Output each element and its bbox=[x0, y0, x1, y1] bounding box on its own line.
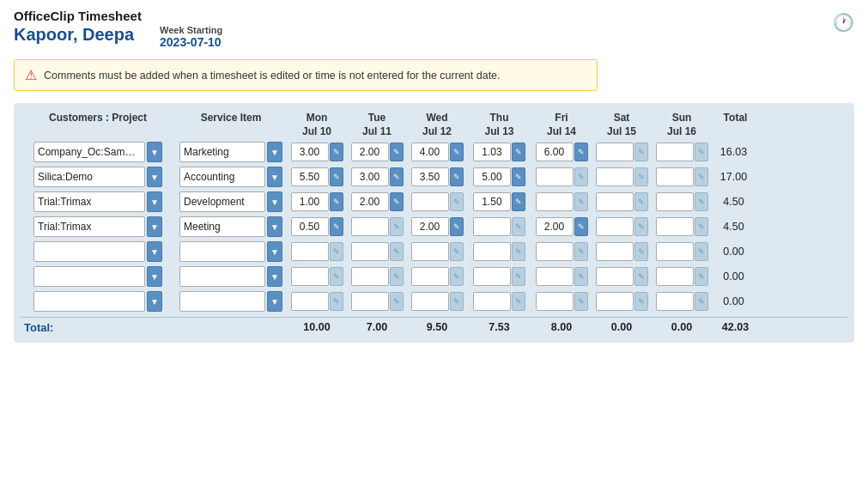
mon-input[interactable] bbox=[291, 267, 329, 286]
sat-edit-btn[interactable]: ✎ bbox=[634, 217, 648, 236]
customer-dropdown-btn[interactable]: ▼ bbox=[147, 291, 162, 312]
fri-edit-btn[interactable]: ✎ bbox=[574, 143, 588, 161]
fri-edit-btn[interactable]: ✎ bbox=[574, 292, 588, 311]
service-dropdown-btn[interactable]: ▼ bbox=[267, 291, 282, 312]
thu-input[interactable] bbox=[473, 267, 511, 286]
sat-input[interactable] bbox=[596, 192, 634, 211]
sat-edit-btn[interactable]: ✎ bbox=[634, 143, 648, 161]
wed-input[interactable] bbox=[411, 143, 449, 161]
tue-edit-btn[interactable]: ✎ bbox=[390, 192, 404, 211]
customer-project-input[interactable] bbox=[33, 216, 145, 237]
customer-project-input[interactable] bbox=[33, 167, 145, 187]
thu-input[interactable] bbox=[473, 242, 511, 261]
customer-project-input[interactable] bbox=[33, 291, 145, 312]
thu-edit-btn[interactable]: ✎ bbox=[512, 292, 525, 311]
sat-input[interactable] bbox=[596, 167, 634, 186]
tue-input[interactable] bbox=[351, 267, 389, 286]
thu-edit-btn[interactable]: ✎ bbox=[512, 217, 525, 236]
service-dropdown-btn[interactable]: ▼ bbox=[267, 167, 282, 187]
thu-input[interactable] bbox=[473, 192, 511, 211]
tue-edit-btn[interactable]: ✎ bbox=[390, 267, 404, 286]
mon-edit-btn[interactable]: ✎ bbox=[330, 167, 343, 186]
sat-edit-btn[interactable]: ✎ bbox=[634, 242, 648, 261]
wed-edit-btn[interactable]: ✎ bbox=[450, 143, 464, 161]
wed-input[interactable] bbox=[411, 167, 449, 186]
customer-dropdown-btn[interactable]: ▼ bbox=[147, 191, 162, 212]
wed-input[interactable] bbox=[411, 267, 449, 286]
customer-project-input[interactable] bbox=[33, 241, 145, 262]
tue-edit-btn[interactable]: ✎ bbox=[390, 143, 404, 161]
sat-input[interactable] bbox=[596, 267, 634, 286]
customer-dropdown-btn[interactable]: ▼ bbox=[147, 142, 162, 162]
mon-edit-btn[interactable]: ✎ bbox=[330, 292, 343, 311]
mon-input[interactable] bbox=[291, 292, 329, 311]
fri-edit-btn[interactable]: ✎ bbox=[574, 167, 588, 186]
service-item-input[interactable] bbox=[179, 191, 265, 212]
wed-edit-btn[interactable]: ✎ bbox=[450, 167, 464, 186]
service-item-input[interactable] bbox=[179, 241, 265, 262]
service-dropdown-btn[interactable]: ▼ bbox=[267, 241, 282, 262]
customer-dropdown-btn[interactable]: ▼ bbox=[147, 266, 162, 287]
mon-edit-btn[interactable]: ✎ bbox=[330, 192, 343, 211]
tue-edit-btn[interactable]: ✎ bbox=[390, 242, 404, 261]
service-dropdown-btn[interactable]: ▼ bbox=[267, 142, 282, 162]
thu-input[interactable] bbox=[473, 217, 511, 236]
thu-edit-btn[interactable]: ✎ bbox=[512, 267, 525, 286]
sun-input[interactable] bbox=[656, 267, 694, 286]
customer-project-input[interactable] bbox=[33, 142, 145, 162]
sun-edit-btn[interactable]: ✎ bbox=[695, 242, 708, 261]
service-item-input[interactable] bbox=[179, 216, 265, 237]
customer-dropdown-btn[interactable]: ▼ bbox=[147, 241, 162, 262]
thu-edit-btn[interactable]: ✎ bbox=[512, 143, 525, 161]
fri-input[interactable] bbox=[536, 167, 574, 186]
fri-input[interactable] bbox=[536, 242, 574, 261]
tue-input[interactable] bbox=[351, 143, 389, 161]
sun-input[interactable] bbox=[656, 242, 694, 261]
wed-edit-btn[interactable]: ✎ bbox=[450, 217, 464, 236]
mon-input[interactable] bbox=[291, 217, 329, 236]
sun-input[interactable] bbox=[656, 192, 694, 211]
sat-input[interactable] bbox=[596, 292, 634, 311]
tue-input[interactable] bbox=[351, 167, 389, 186]
sun-edit-btn[interactable]: ✎ bbox=[695, 192, 708, 211]
sat-edit-btn[interactable]: ✎ bbox=[634, 192, 648, 211]
fri-input[interactable] bbox=[536, 143, 574, 161]
fri-edit-btn[interactable]: ✎ bbox=[574, 242, 588, 261]
service-dropdown-btn[interactable]: ▼ bbox=[267, 266, 282, 287]
customer-dropdown-btn[interactable]: ▼ bbox=[147, 216, 162, 237]
sun-input[interactable] bbox=[656, 292, 694, 311]
mon-edit-btn[interactable]: ✎ bbox=[330, 217, 343, 236]
service-dropdown-btn[interactable]: ▼ bbox=[267, 216, 282, 237]
wed-input[interactable] bbox=[411, 242, 449, 261]
sun-edit-btn[interactable]: ✎ bbox=[695, 143, 708, 161]
fri-edit-btn[interactable]: ✎ bbox=[574, 217, 588, 236]
sun-input[interactable] bbox=[656, 143, 694, 161]
mon-input[interactable] bbox=[291, 167, 329, 186]
fri-input[interactable] bbox=[536, 267, 574, 286]
tue-input[interactable] bbox=[351, 292, 389, 311]
thu-edit-btn[interactable]: ✎ bbox=[512, 192, 525, 211]
tue-input[interactable] bbox=[351, 242, 389, 261]
thu-input[interactable] bbox=[473, 167, 511, 186]
service-item-input[interactable] bbox=[179, 266, 265, 287]
sun-edit-btn[interactable]: ✎ bbox=[695, 167, 708, 186]
service-item-input[interactable] bbox=[179, 142, 265, 162]
fri-edit-btn[interactable]: ✎ bbox=[574, 267, 588, 286]
fri-input[interactable] bbox=[536, 192, 574, 211]
wed-edit-btn[interactable]: ✎ bbox=[450, 192, 464, 211]
customer-dropdown-btn[interactable]: ▼ bbox=[147, 167, 162, 187]
wed-input[interactable] bbox=[411, 192, 449, 211]
wed-input[interactable] bbox=[411, 217, 449, 236]
tue-edit-btn[interactable]: ✎ bbox=[390, 217, 404, 236]
thu-edit-btn[interactable]: ✎ bbox=[512, 167, 525, 186]
thu-input[interactable] bbox=[473, 143, 511, 161]
wed-edit-btn[interactable]: ✎ bbox=[450, 242, 464, 261]
tue-edit-btn[interactable]: ✎ bbox=[390, 167, 404, 186]
mon-input[interactable] bbox=[291, 192, 329, 211]
service-item-input[interactable] bbox=[179, 291, 265, 312]
thu-input[interactable] bbox=[473, 292, 511, 311]
service-item-input[interactable] bbox=[179, 167, 265, 187]
fri-input[interactable] bbox=[536, 217, 574, 236]
tue-edit-btn[interactable]: ✎ bbox=[390, 292, 404, 311]
sun-input[interactable] bbox=[656, 217, 694, 236]
